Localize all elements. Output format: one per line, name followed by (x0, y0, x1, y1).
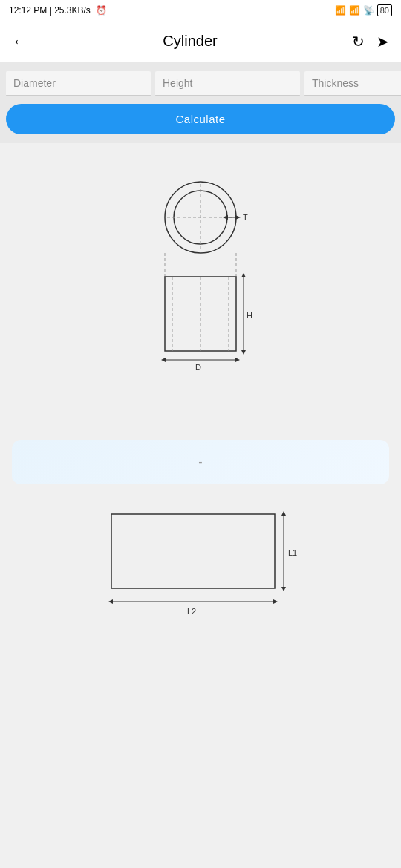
input-row (6, 71, 395, 96)
back-button[interactable]: ← (12, 32, 28, 51)
svg-rect-22 (111, 514, 275, 588)
alarm-icon: ⏰ (96, 5, 107, 16)
cylinder-svg: T H D (119, 173, 282, 425)
refresh-icon[interactable]: ↻ (352, 33, 365, 50)
svg-text:T: T (243, 213, 248, 222)
wifi-icon: 📡 (363, 5, 374, 16)
svg-marker-15 (241, 273, 246, 277)
thickness-input[interactable] (304, 71, 401, 96)
input-section: Calculate (0, 62, 401, 143)
svg-text:H: H (247, 311, 252, 320)
status-bar: 12:12 PM | 25.3KB/s ⏰ 📶 📶 📡 80 (0, 0, 401, 21)
svg-marker-24 (281, 511, 286, 516)
svg-text:L2: L2 (187, 607, 196, 616)
svg-marker-25 (281, 587, 286, 591)
signal-icon-2: 📶 (349, 5, 360, 16)
svg-marker-16 (241, 350, 246, 355)
diameter-input[interactable] (6, 71, 151, 96)
battery-icon: 80 (377, 4, 392, 16)
status-left: 12:12 PM | 25.3KB/s ⏰ (9, 5, 107, 16)
cylinder-diagram: T H D (12, 158, 389, 433)
svg-marker-20 (235, 358, 240, 362)
svg-marker-6 (235, 215, 241, 220)
svg-text:L1: L1 (288, 548, 297, 557)
status-right: 📶 📶 📡 80 (335, 4, 392, 16)
top-nav: ← Cylinder ↻ ➤ (0, 21, 401, 62)
main-content: T H D - (0, 143, 401, 640)
share-icon[interactable]: ➤ (376, 33, 389, 50)
result-box: - (12, 440, 389, 484)
svg-marker-19 (161, 358, 166, 362)
height-input[interactable] (155, 71, 300, 96)
material-diagram: L1 L2 (12, 499, 389, 625)
result-text: - (198, 456, 202, 469)
svg-text:D: D (195, 363, 201, 372)
nav-actions: ↻ ➤ (352, 33, 389, 50)
material-svg: L1 L2 (97, 499, 304, 625)
page-title: Cylinder (163, 33, 217, 50)
signal-icon: 📶 (335, 5, 346, 16)
svg-marker-5 (223, 215, 228, 220)
time: 12:12 PM (9, 5, 47, 16)
calculate-button[interactable]: Calculate (6, 104, 395, 134)
svg-marker-29 (273, 599, 278, 604)
data-speed: 25.3KB/s (54, 5, 91, 16)
svg-marker-28 (108, 599, 113, 604)
